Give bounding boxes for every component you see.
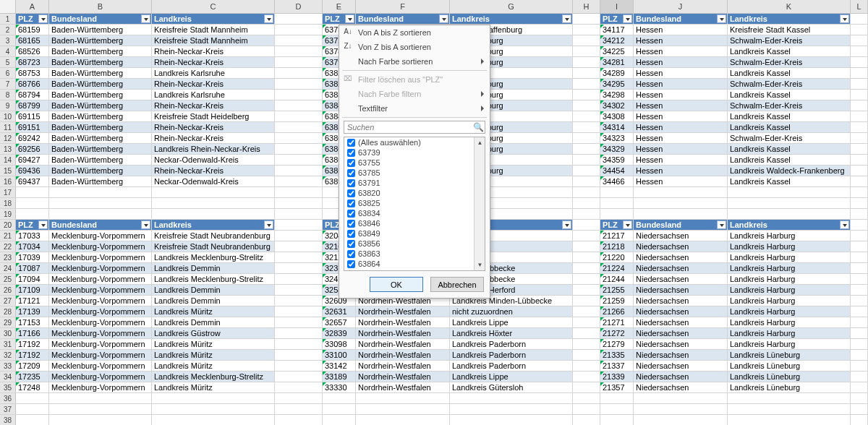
empty-cell[interactable]	[851, 198, 868, 208]
cell[interactable]: Landkreis Demmin	[152, 317, 275, 327]
row-number[interactable]: 3	[0, 35, 16, 46]
cell[interactable]: Niedersachsen	[634, 263, 728, 273]
cell[interactable]: Landkreis Harburg	[728, 263, 851, 273]
filter-arrow-icon[interactable]	[623, 14, 632, 23]
cell[interactable]: Niedersachsen	[634, 252, 728, 262]
cell[interactable]: Landkreis Paderborn	[450, 350, 573, 360]
cell[interactable]: Niedersachsen	[634, 361, 728, 371]
cell[interactable]: Hessen	[634, 111, 728, 121]
cell[interactable]: 34308	[600, 111, 634, 121]
filter-arrow-icon[interactable]	[562, 220, 571, 229]
cell[interactable]: Niedersachsen	[634, 285, 728, 295]
empty-cell[interactable]	[275, 382, 323, 392]
empty-cell[interactable]	[851, 231, 868, 241]
cell[interactable]: Baden-Württemberg	[49, 155, 152, 165]
empty-cell[interactable]	[851, 274, 868, 284]
checklist-item[interactable]: 63739	[344, 147, 485, 158]
empty-cell[interactable]	[573, 350, 600, 360]
cell[interactable]: Baden-Württemberg	[49, 25, 152, 35]
row-number[interactable]: 13	[0, 144, 16, 154]
row-number[interactable]: 16	[0, 176, 16, 186]
col-header-H[interactable]: H	[573, 0, 600, 13]
empty-cell[interactable]	[275, 46, 323, 56]
cell[interactable]: Hessen	[634, 68, 728, 78]
checklist-checkbox[interactable]	[347, 189, 355, 197]
cell[interactable]: 33142	[323, 361, 356, 371]
empty-cell[interactable]	[275, 68, 323, 78]
table-header-cell[interactable]: PLZ	[16, 14, 49, 24]
table-header-cell[interactable]: Bundesland	[634, 14, 728, 24]
cell[interactable]: 21244	[600, 274, 634, 284]
empty-cell[interactable]	[573, 404, 600, 414]
empty-cell[interactable]	[275, 361, 323, 371]
cell[interactable]: 17039	[16, 252, 49, 262]
empty-cell[interactable]	[275, 209, 323, 219]
row-number[interactable]: 27	[0, 296, 16, 306]
cell[interactable]: 34212	[600, 35, 634, 46]
checklist-item[interactable]: 63849	[344, 228, 485, 239]
cell[interactable]: Baden-Württemberg	[49, 122, 152, 132]
cell[interactable]: 21255	[600, 285, 634, 295]
cell[interactable]: 32839	[323, 328, 356, 338]
empty-cell[interactable]	[16, 404, 49, 414]
empty-cell[interactable]	[573, 14, 600, 24]
checklist-checkbox[interactable]	[347, 230, 355, 238]
empty-cell[interactable]	[275, 100, 323, 111]
cell[interactable]: 21259	[600, 296, 634, 306]
filter-arrow-icon[interactable]	[141, 14, 150, 23]
empty-cell[interactable]	[275, 317, 323, 327]
filter-search-input[interactable]	[344, 121, 485, 134]
empty-cell[interactable]	[573, 296, 600, 306]
cell[interactable]: 32657	[323, 317, 356, 327]
cell[interactable]: 34281	[600, 57, 634, 67]
empty-cell[interactable]	[851, 166, 868, 176]
empty-cell[interactable]	[573, 122, 600, 132]
row-number[interactable]: 31	[0, 339, 16, 349]
cell[interactable]: Landkreis Harburg	[728, 328, 851, 338]
cell[interactable]: 69115	[16, 111, 49, 121]
row-number[interactable]: 38	[0, 415, 16, 425]
empty-cell[interactable]	[573, 144, 600, 154]
cell[interactable]: Niedersachsen	[634, 306, 728, 317]
empty-cell[interactable]	[851, 317, 868, 327]
cell[interactable]: Mecklenburg-Vorpommern	[49, 296, 152, 306]
checklist-checkbox[interactable]	[347, 260, 355, 268]
empty-cell[interactable]	[49, 404, 152, 414]
cell[interactable]: 17094	[16, 274, 49, 284]
cell[interactable]: Niedersachsen	[634, 350, 728, 360]
cell[interactable]: Landkreis Harburg	[728, 317, 851, 327]
empty-cell[interactable]	[275, 14, 323, 24]
empty-cell[interactable]	[573, 176, 600, 186]
cell[interactable]: 34225	[600, 46, 634, 56]
cell[interactable]: Schwalm-Eder-Kreis	[728, 35, 851, 46]
cell[interactable]: Schwalm-Eder-Kreis	[728, 100, 851, 111]
table-header-cell[interactable]: Bundesland	[356, 14, 450, 24]
row-number[interactable]: 20	[0, 220, 16, 230]
checklist-checkbox[interactable]	[347, 210, 355, 218]
empty-cell[interactable]	[634, 209, 728, 219]
row-number[interactable]: 15	[0, 166, 16, 176]
cell[interactable]: 21220	[600, 252, 634, 262]
empty-cell[interactable]	[573, 209, 600, 219]
empty-cell[interactable]	[634, 393, 728, 403]
cell[interactable]: Mecklenburg-Vorpommern	[49, 350, 152, 360]
empty-cell[interactable]	[851, 361, 868, 371]
empty-cell[interactable]	[152, 393, 275, 403]
empty-cell[interactable]	[573, 339, 600, 349]
row-number[interactable]: 11	[0, 122, 16, 132]
cell[interactable]: 68766	[16, 79, 49, 89]
row-number[interactable]: 17	[0, 187, 16, 197]
cell[interactable]: Hessen	[634, 133, 728, 143]
empty-cell[interactable]	[275, 35, 323, 46]
cell[interactable]: 33098	[323, 339, 356, 349]
cell[interactable]: Landkreis Lippe	[450, 372, 573, 382]
cell[interactable]: Hessen	[634, 90, 728, 100]
cell[interactable]: Niedersachsen	[634, 231, 728, 241]
checklist-item[interactable]: (Alles auswählen)	[344, 137, 485, 147]
cell[interactable]: Neckar-Odenwald-Kreis	[152, 155, 275, 165]
empty-cell[interactable]	[573, 317, 600, 327]
row-number[interactable]: 9	[0, 100, 16, 111]
col-header-J[interactable]: J	[634, 0, 728, 13]
cell[interactable]: 68799	[16, 100, 49, 111]
empty-cell[interactable]	[851, 176, 868, 186]
